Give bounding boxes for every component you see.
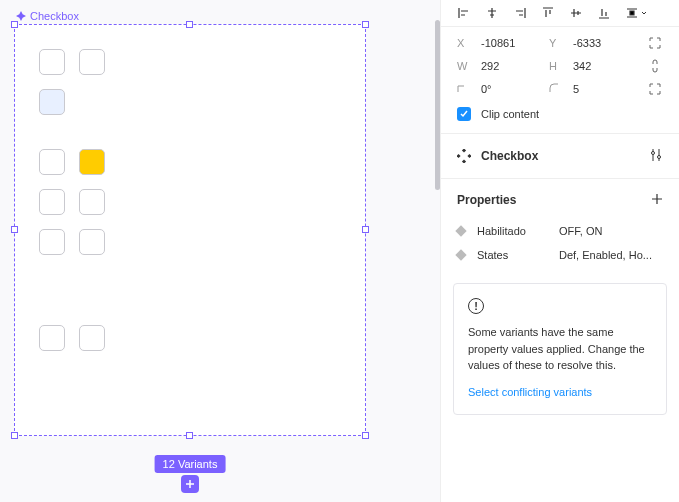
property-name: States	[477, 249, 547, 261]
warning-icon: !	[468, 298, 484, 314]
align-top-icon[interactable]	[541, 6, 555, 20]
align-vcenter-icon[interactable]	[569, 6, 583, 20]
variant-box[interactable]	[79, 325, 105, 351]
svg-rect-3	[467, 154, 471, 158]
y-value[interactable]: -6333	[573, 37, 601, 49]
resize-handle-tm[interactable]	[186, 21, 193, 28]
property-value: Def, Enabled, Ho...	[559, 249, 663, 261]
rotation-value[interactable]: 0°	[481, 83, 492, 95]
canvas-area[interactable]: Checkbox	[0, 0, 440, 502]
align-left-icon[interactable]	[457, 6, 471, 20]
variants-count-badge: 12 Variants	[155, 455, 226, 473]
select-conflicting-link[interactable]: Select conflicting variants	[468, 384, 652, 401]
align-hcenter-icon[interactable]	[485, 6, 499, 20]
x-value[interactable]: -10861	[481, 37, 515, 49]
variant-box[interactable]	[39, 229, 65, 255]
variant-box[interactable]	[79, 149, 105, 175]
position-section: X-10861 Y-6333 W292 H342 0° 5 Clip conte…	[441, 27, 679, 133]
warning-text: Some variants have the same property val…	[468, 324, 652, 374]
component-section: Checkbox	[441, 134, 679, 178]
chevron-down-icon	[641, 10, 647, 16]
conflict-warning-card: ! Some variants have the same property v…	[453, 283, 667, 415]
svg-rect-1	[462, 159, 466, 163]
property-name: Habilitado	[477, 225, 547, 237]
radius-icon	[549, 83, 563, 95]
constrain-proportions-icon[interactable]	[647, 59, 663, 73]
resize-handle-ml[interactable]	[11, 226, 18, 233]
variant-box[interactable]	[39, 89, 65, 115]
align-right-icon[interactable]	[513, 6, 527, 20]
selection-frame[interactable]: 12 Variants	[14, 24, 366, 436]
scrollbar[interactable]	[435, 20, 440, 190]
h-value[interactable]: 342	[573, 60, 591, 72]
x-label: X	[457, 37, 471, 49]
y-label: Y	[549, 37, 563, 49]
plus-icon	[185, 479, 195, 489]
alignment-toolbar	[441, 0, 679, 26]
properties-section: Properties Habilitado OFF, ON States Def…	[441, 179, 679, 277]
component-title: Checkbox	[481, 149, 639, 163]
svg-rect-0	[462, 149, 466, 153]
component-settings-icon[interactable]	[649, 148, 663, 164]
clip-content-label: Clip content	[481, 108, 539, 120]
variant-box[interactable]	[39, 149, 65, 175]
svg-point-6	[652, 152, 655, 155]
resize-handle-mr[interactable]	[362, 226, 369, 233]
variant-property-icon	[455, 225, 466, 236]
resize-handle-br[interactable]	[362, 432, 369, 439]
inspector-panel: X-10861 Y-6333 W292 H342 0° 5 Clip conte…	[440, 0, 679, 502]
clip-content-checkbox[interactable]	[457, 107, 471, 121]
variant-set-icon	[457, 149, 471, 163]
w-value[interactable]: 292	[481, 60, 499, 72]
component-label-text: Checkbox	[30, 10, 79, 22]
svg-rect-2	[457, 154, 461, 158]
resize-handle-bm[interactable]	[186, 432, 193, 439]
property-row[interactable]: States Def, Enabled, Ho...	[457, 243, 663, 267]
add-variant-button[interactable]	[181, 475, 199, 493]
svg-point-7	[658, 156, 661, 159]
variant-property-icon	[455, 249, 466, 260]
variant-box[interactable]	[79, 189, 105, 215]
rotation-icon	[457, 83, 471, 95]
add-property-button[interactable]	[651, 193, 663, 207]
variant-grid	[39, 49, 341, 255]
variant-box[interactable]	[79, 229, 105, 255]
independent-corners-icon[interactable]	[647, 83, 663, 95]
properties-title: Properties	[457, 193, 516, 207]
radius-value[interactable]: 5	[573, 83, 579, 95]
align-bottom-icon[interactable]	[597, 6, 611, 20]
h-label: H	[549, 60, 563, 72]
variant-box[interactable]	[39, 325, 65, 351]
variant-set-icon	[16, 11, 26, 21]
w-label: W	[457, 60, 471, 72]
variant-box[interactable]	[39, 189, 65, 215]
variant-grid-bottom	[39, 325, 341, 351]
distribute-icon[interactable]	[625, 6, 647, 20]
resize-handle-tl[interactable]	[11, 21, 18, 28]
resize-handle-tr[interactable]	[362, 21, 369, 28]
resize-handle-bl[interactable]	[11, 432, 18, 439]
reset-size-icon[interactable]	[647, 37, 663, 49]
variant-box[interactable]	[39, 49, 65, 75]
property-value: OFF, ON	[559, 225, 663, 237]
variant-box[interactable]	[79, 49, 105, 75]
property-row[interactable]: Habilitado OFF, ON	[457, 219, 663, 243]
